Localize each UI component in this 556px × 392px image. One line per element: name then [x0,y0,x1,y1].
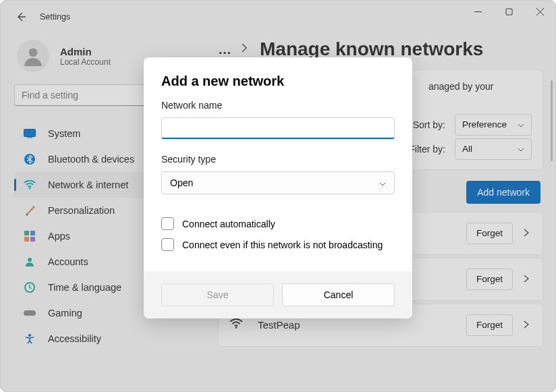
connect-hidden-row[interactable]: Connect even if this network is not broa… [161,238,395,251]
chevron-down-icon [379,177,386,188]
save-button[interactable]: Save [161,283,274,306]
connect-auto-label: Connect automatically [182,219,275,229]
network-name-input[interactable] [161,117,395,139]
connect-auto-checkbox[interactable] [161,217,174,230]
modal-overlay: Add a new network Network name Security … [1,1,555,391]
security-type-select[interactable]: Open [161,171,395,194]
network-name-label: Network name [161,100,395,111]
connect-hidden-label: Connect even if this network is not broa… [182,240,383,250]
cancel-button[interactable]: Cancel [282,283,395,306]
security-type-label: Security type [161,154,395,165]
add-network-dialog: Add a new network Network name Security … [144,57,412,318]
connect-hidden-checkbox[interactable] [161,238,174,251]
connect-auto-row[interactable]: Connect automatically [161,217,395,230]
dialog-title: Add a new network [161,74,395,89]
